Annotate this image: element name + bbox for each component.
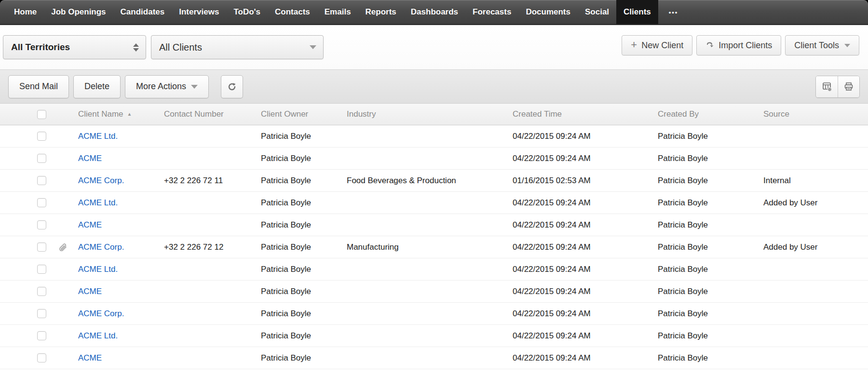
table-row: ACME Ltd. Patricia Boyle 04/22/2015 09:2… <box>0 325 868 347</box>
row-checkbox[interactable] <box>37 265 46 274</box>
territory-select[interactable]: All Territories <box>3 35 146 59</box>
filter-row: All Territories All Clients + New Client <box>0 25 868 69</box>
client-owner-cell: Patricia Boyle <box>261 242 347 252</box>
print-button[interactable] <box>838 76 859 97</box>
nav-item-emails[interactable]: Emails <box>317 0 358 24</box>
nav-item-forecasts[interactable]: Forecasts <box>465 0 518 24</box>
clients-page: HomeJob OpeningsCandidatesInterviewsToDo… <box>0 0 868 389</box>
client-name-link[interactable]: ACME Corp. <box>78 309 124 318</box>
select-all-checkbox[interactable] <box>37 110 46 119</box>
column-header-created-by[interactable]: Created By <box>658 109 763 119</box>
client-tools-label: Client Tools <box>794 40 839 51</box>
row-checkbox[interactable] <box>37 176 46 185</box>
created-time-cell: 04/22/2015 09:24 AM <box>513 198 658 208</box>
column-header-client-name[interactable]: Client Name▲ <box>78 109 164 119</box>
column-header-created-time[interactable]: Created Time <box>513 109 658 119</box>
client-name-link[interactable]: ACME <box>78 220 102 229</box>
nav-item-candidates[interactable]: Candidates <box>113 0 172 24</box>
created-time-cell: 04/22/2015 09:24 AM <box>513 287 658 296</box>
nav-item-reports[interactable]: Reports <box>358 0 404 24</box>
top-nav: HomeJob OpeningsCandidatesInterviewsToDo… <box>0 0 868 25</box>
client-name-link[interactable]: ACME Ltd. <box>78 198 118 207</box>
client-name-link[interactable]: ACME Corp. <box>78 176 124 185</box>
client-name-link[interactable]: ACME Ltd. <box>78 265 118 274</box>
nav-item-dashboards[interactable]: Dashboards <box>404 0 465 24</box>
import-icon <box>705 41 714 50</box>
row-checkbox[interactable] <box>37 242 46 252</box>
import-clients-button[interactable]: Import Clients <box>696 35 781 55</box>
spinner-arrows-icon <box>133 43 139 52</box>
chevron-down-icon <box>310 45 316 49</box>
client-name-link[interactable]: ACME <box>78 154 102 163</box>
client-owner-cell: Patricia Boyle <box>261 287 347 296</box>
created-by-cell: Patricia Boyle <box>658 154 763 163</box>
created-time-cell: 04/22/2015 09:24 AM <box>513 309 658 319</box>
nav-item-interviews[interactable]: Interviews <box>172 0 226 24</box>
client-name-link[interactable]: ACME Corp. <box>78 242 124 252</box>
table-row: ACME Patricia Boyle 04/22/2015 09:24 AM … <box>0 148 868 170</box>
created-time-cell: 04/22/2015 09:24 AM <box>513 331 658 341</box>
source-cell: Internal <box>763 176 868 186</box>
delete-label: Delete <box>84 81 109 92</box>
created-by-cell: Patricia Boyle <box>658 353 763 363</box>
row-checkbox[interactable] <box>37 309 46 318</box>
row-checkbox[interactable] <box>37 287 46 296</box>
new-client-button[interactable]: + New Client <box>622 35 692 55</box>
created-time-cell: 04/22/2015 09:24 AM <box>513 242 658 252</box>
row-checkbox[interactable] <box>37 331 46 340</box>
nav-more-button[interactable]: ••• <box>658 0 689 24</box>
table-row: ACME Ltd. Patricia Boyle 04/22/2015 09:2… <box>0 192 868 214</box>
row-checkbox[interactable] <box>37 220 46 229</box>
created-time-cell: 04/22/2015 09:24 AM <box>513 265 658 274</box>
client-owner-cell: Patricia Boyle <box>261 353 347 363</box>
client-owner-cell: Patricia Boyle <box>261 132 347 141</box>
column-header-contact-number[interactable]: Contact Number <box>164 109 261 119</box>
created-by-cell: Patricia Boyle <box>658 220 763 230</box>
nav-item-documents[interactable]: Documents <box>518 0 578 24</box>
client-owner-cell: Patricia Boyle <box>261 154 347 163</box>
client-owner-cell: Patricia Boyle <box>261 331 347 341</box>
import-clients-label: Import Clients <box>719 40 772 51</box>
client-tools-button[interactable]: Client Tools <box>785 35 859 55</box>
nav-item-social[interactable]: Social <box>578 0 616 24</box>
nav-item-contacts[interactable]: Contacts <box>268 0 317 24</box>
table-row: ACME Patricia Boyle 04/22/2015 09:24 AM … <box>0 347 868 369</box>
row-checkbox[interactable] <box>37 353 46 362</box>
industry-cell: Food Beverages & Production <box>347 176 513 186</box>
client-view-select[interactable]: All Clients <box>151 35 324 59</box>
nav-item-home[interactable]: Home <box>7 0 44 24</box>
more-actions-button[interactable]: More Actions <box>125 75 209 98</box>
nav-item-todo-s[interactable]: ToDo's <box>226 0 268 24</box>
client-name-link[interactable]: ACME <box>78 353 102 362</box>
client-name-link[interactable]: ACME Ltd. <box>78 331 118 340</box>
contact-number-cell: +32 2 226 72 11 <box>164 176 261 186</box>
send-mail-button[interactable]: Send Mail <box>8 75 69 98</box>
row-checkbox[interactable] <box>37 132 46 141</box>
nav-item-job-openings[interactable]: Job Openings <box>44 0 113 24</box>
table-row: ACME Patricia Boyle 04/22/2015 09:24 AM … <box>0 214 868 236</box>
table-row: ACME Corp. +32 2 226 72 12 Patricia Boyl… <box>0 236 868 258</box>
contact-number-cell: +32 2 226 72 12 <box>164 242 261 252</box>
delete-button[interactable]: Delete <box>73 75 121 98</box>
row-checkbox[interactable] <box>37 198 46 207</box>
created-time-cell: 04/22/2015 09:24 AM <box>513 220 658 230</box>
created-by-cell: Patricia Boyle <box>658 265 763 274</box>
created-by-cell: Patricia Boyle <box>658 242 763 252</box>
nav-item-clients[interactable]: Clients <box>616 0 658 24</box>
page-actions: + New Client Import Clients Client Tools <box>622 35 859 55</box>
created-by-cell: Patricia Boyle <box>658 309 763 319</box>
chevron-down-icon <box>191 85 198 89</box>
created-by-cell: Patricia Boyle <box>658 176 763 186</box>
table-columns-icon <box>822 81 832 92</box>
customize-columns-button[interactable] <box>816 76 838 97</box>
source-cell: Added by User <box>763 198 868 208</box>
row-checkbox[interactable] <box>37 154 46 163</box>
column-header-client-owner[interactable]: Client Owner <box>261 109 347 119</box>
client-name-link[interactable]: ACME <box>78 287 102 296</box>
column-header-industry[interactable]: Industry <box>347 109 513 119</box>
toolbar-right-icons <box>815 76 860 98</box>
column-header-source[interactable]: Source <box>763 109 868 119</box>
refresh-button[interactable] <box>221 75 243 98</box>
table-row: ACME Corp. +32 2 226 72 11 Patricia Boyl… <box>0 170 868 192</box>
client-name-link[interactable]: ACME Ltd. <box>78 132 118 141</box>
